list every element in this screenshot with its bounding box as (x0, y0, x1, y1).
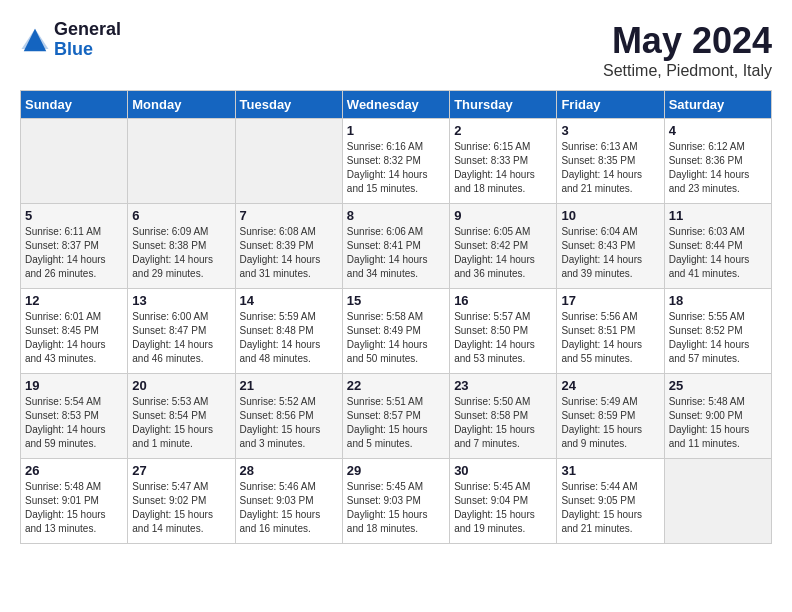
day-info: Sunrise: 6:05 AM Sunset: 8:42 PM Dayligh… (454, 225, 552, 281)
calendar-cell (128, 119, 235, 204)
calendar-cell: 9Sunrise: 6:05 AM Sunset: 8:42 PM Daylig… (450, 204, 557, 289)
day-number: 6 (132, 208, 230, 223)
calendar-cell: 23Sunrise: 5:50 AM Sunset: 8:58 PM Dayli… (450, 374, 557, 459)
day-number: 4 (669, 123, 767, 138)
calendar-cell: 8Sunrise: 6:06 AM Sunset: 8:41 PM Daylig… (342, 204, 449, 289)
calendar-cell: 13Sunrise: 6:00 AM Sunset: 8:47 PM Dayli… (128, 289, 235, 374)
day-number: 21 (240, 378, 338, 393)
day-info: Sunrise: 6:13 AM Sunset: 8:35 PM Dayligh… (561, 140, 659, 196)
day-info: Sunrise: 6:09 AM Sunset: 8:38 PM Dayligh… (132, 225, 230, 281)
logo-general: General (54, 20, 121, 40)
subtitle: Settime, Piedmont, Italy (603, 62, 772, 80)
day-number: 20 (132, 378, 230, 393)
calendar-cell: 10Sunrise: 6:04 AM Sunset: 8:43 PM Dayli… (557, 204, 664, 289)
day-number: 26 (25, 463, 123, 478)
day-info: Sunrise: 5:55 AM Sunset: 8:52 PM Dayligh… (669, 310, 767, 366)
day-number: 18 (669, 293, 767, 308)
calendar-cell: 24Sunrise: 5:49 AM Sunset: 8:59 PM Dayli… (557, 374, 664, 459)
day-info: Sunrise: 5:46 AM Sunset: 9:03 PM Dayligh… (240, 480, 338, 536)
day-number: 5 (25, 208, 123, 223)
day-info: Sunrise: 5:59 AM Sunset: 8:48 PM Dayligh… (240, 310, 338, 366)
calendar-cell: 5Sunrise: 6:11 AM Sunset: 8:37 PM Daylig… (21, 204, 128, 289)
day-number: 30 (454, 463, 552, 478)
day-info: Sunrise: 5:48 AM Sunset: 9:00 PM Dayligh… (669, 395, 767, 451)
day-info: Sunrise: 5:52 AM Sunset: 8:56 PM Dayligh… (240, 395, 338, 451)
calendar-cell: 26Sunrise: 5:48 AM Sunset: 9:01 PM Dayli… (21, 459, 128, 544)
day-info: Sunrise: 6:12 AM Sunset: 8:36 PM Dayligh… (669, 140, 767, 196)
day-number: 9 (454, 208, 552, 223)
day-number: 11 (669, 208, 767, 223)
day-number: 19 (25, 378, 123, 393)
calendar-cell: 7Sunrise: 6:08 AM Sunset: 8:39 PM Daylig… (235, 204, 342, 289)
calendar-cell: 31Sunrise: 5:44 AM Sunset: 9:05 PM Dayli… (557, 459, 664, 544)
day-info: Sunrise: 5:45 AM Sunset: 9:04 PM Dayligh… (454, 480, 552, 536)
calendar-cell: 15Sunrise: 5:58 AM Sunset: 8:49 PM Dayli… (342, 289, 449, 374)
week-row-3: 12Sunrise: 6:01 AM Sunset: 8:45 PM Dayli… (21, 289, 772, 374)
day-number: 16 (454, 293, 552, 308)
calendar-cell: 1Sunrise: 6:16 AM Sunset: 8:32 PM Daylig… (342, 119, 449, 204)
day-info: Sunrise: 5:47 AM Sunset: 9:02 PM Dayligh… (132, 480, 230, 536)
calendar-cell: 28Sunrise: 5:46 AM Sunset: 9:03 PM Dayli… (235, 459, 342, 544)
day-number: 27 (132, 463, 230, 478)
day-info: Sunrise: 6:00 AM Sunset: 8:47 PM Dayligh… (132, 310, 230, 366)
day-number: 17 (561, 293, 659, 308)
calendar-cell: 30Sunrise: 5:45 AM Sunset: 9:04 PM Dayli… (450, 459, 557, 544)
day-number: 24 (561, 378, 659, 393)
day-number: 13 (132, 293, 230, 308)
calendar-cell: 17Sunrise: 5:56 AM Sunset: 8:51 PM Dayli… (557, 289, 664, 374)
logo-blue: Blue (54, 40, 121, 60)
day-number: 7 (240, 208, 338, 223)
calendar-cell: 20Sunrise: 5:53 AM Sunset: 8:54 PM Dayli… (128, 374, 235, 459)
day-number: 1 (347, 123, 445, 138)
day-info: Sunrise: 5:48 AM Sunset: 9:01 PM Dayligh… (25, 480, 123, 536)
logo: General Blue (20, 20, 121, 60)
week-row-1: 1Sunrise: 6:16 AM Sunset: 8:32 PM Daylig… (21, 119, 772, 204)
calendar-cell: 22Sunrise: 5:51 AM Sunset: 8:57 PM Dayli… (342, 374, 449, 459)
day-info: Sunrise: 6:04 AM Sunset: 8:43 PM Dayligh… (561, 225, 659, 281)
calendar-cell: 29Sunrise: 5:45 AM Sunset: 9:03 PM Dayli… (342, 459, 449, 544)
day-info: Sunrise: 6:15 AM Sunset: 8:33 PM Dayligh… (454, 140, 552, 196)
calendar-cell: 2Sunrise: 6:15 AM Sunset: 8:33 PM Daylig… (450, 119, 557, 204)
day-number: 2 (454, 123, 552, 138)
calendar-cell: 11Sunrise: 6:03 AM Sunset: 8:44 PM Dayli… (664, 204, 771, 289)
header-day-tuesday: Tuesday (235, 91, 342, 119)
header-day-saturday: Saturday (664, 91, 771, 119)
day-info: Sunrise: 5:54 AM Sunset: 8:53 PM Dayligh… (25, 395, 123, 451)
calendar-cell: 19Sunrise: 5:54 AM Sunset: 8:53 PM Dayli… (21, 374, 128, 459)
calendar-cell (664, 459, 771, 544)
day-info: Sunrise: 5:45 AM Sunset: 9:03 PM Dayligh… (347, 480, 445, 536)
day-info: Sunrise: 6:16 AM Sunset: 8:32 PM Dayligh… (347, 140, 445, 196)
header-row: SundayMondayTuesdayWednesdayThursdayFrid… (21, 91, 772, 119)
week-row-5: 26Sunrise: 5:48 AM Sunset: 9:01 PM Dayli… (21, 459, 772, 544)
header-day-wednesday: Wednesday (342, 91, 449, 119)
calendar-cell: 14Sunrise: 5:59 AM Sunset: 8:48 PM Dayli… (235, 289, 342, 374)
day-info: Sunrise: 6:01 AM Sunset: 8:45 PM Dayligh… (25, 310, 123, 366)
day-number: 15 (347, 293, 445, 308)
day-number: 23 (454, 378, 552, 393)
day-info: Sunrise: 5:49 AM Sunset: 8:59 PM Dayligh… (561, 395, 659, 451)
day-number: 10 (561, 208, 659, 223)
week-row-4: 19Sunrise: 5:54 AM Sunset: 8:53 PM Dayli… (21, 374, 772, 459)
header: General Blue May 2024 Settime, Piedmont,… (20, 20, 772, 80)
day-info: Sunrise: 5:58 AM Sunset: 8:49 PM Dayligh… (347, 310, 445, 366)
calendar-cell (21, 119, 128, 204)
day-number: 28 (240, 463, 338, 478)
day-number: 14 (240, 293, 338, 308)
calendar-cell: 16Sunrise: 5:57 AM Sunset: 8:50 PM Dayli… (450, 289, 557, 374)
day-info: Sunrise: 6:11 AM Sunset: 8:37 PM Dayligh… (25, 225, 123, 281)
calendar-cell: 21Sunrise: 5:52 AM Sunset: 8:56 PM Dayli… (235, 374, 342, 459)
day-number: 25 (669, 378, 767, 393)
logo-text: General Blue (54, 20, 121, 60)
day-info: Sunrise: 5:44 AM Sunset: 9:05 PM Dayligh… (561, 480, 659, 536)
day-number: 22 (347, 378, 445, 393)
title-area: May 2024 Settime, Piedmont, Italy (603, 20, 772, 80)
calendar-cell: 6Sunrise: 6:09 AM Sunset: 8:38 PM Daylig… (128, 204, 235, 289)
day-info: Sunrise: 5:57 AM Sunset: 8:50 PM Dayligh… (454, 310, 552, 366)
logo-icon (20, 25, 50, 55)
day-info: Sunrise: 5:56 AM Sunset: 8:51 PM Dayligh… (561, 310, 659, 366)
calendar-body: 1Sunrise: 6:16 AM Sunset: 8:32 PM Daylig… (21, 119, 772, 544)
day-info: Sunrise: 5:50 AM Sunset: 8:58 PM Dayligh… (454, 395, 552, 451)
day-info: Sunrise: 6:08 AM Sunset: 8:39 PM Dayligh… (240, 225, 338, 281)
header-day-thursday: Thursday (450, 91, 557, 119)
calendar-cell: 18Sunrise: 5:55 AM Sunset: 8:52 PM Dayli… (664, 289, 771, 374)
